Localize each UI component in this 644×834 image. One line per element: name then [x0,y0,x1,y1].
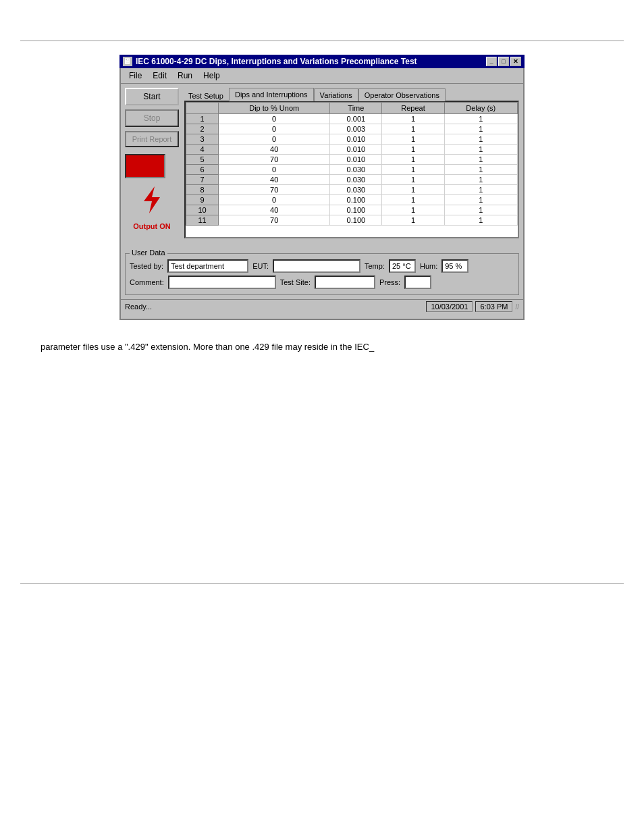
row-dip: 0 [219,165,330,175]
table-scroll[interactable]: Dip to % Unom Time Repeat Delay (s) 1 0 … [186,102,518,237]
col-header-time: Time [330,103,382,114]
tab-variations[interactable]: Variations [314,88,358,101]
menu-edit[interactable]: Edit [147,70,172,82]
svg-marker-0 [144,186,160,213]
tabs-row: Test Setup Dips and Interruptions Variat… [184,88,519,101]
eut-input[interactable] [273,259,360,273]
testsite-label: Test Site: [280,278,311,286]
row-num: 3 [186,134,219,145]
row-time: 0.010 [330,145,382,155]
user-data-wrapper: User Data Tested by: EUT: Temp: Hum: [125,253,519,295]
row-repeat: 1 [382,195,444,205]
col-header-row [186,103,219,114]
status-date: 10/03/2001 [426,301,473,312]
row-dip: 70 [219,155,330,165]
temp-input[interactable] [389,259,416,273]
row-time: 0.100 [330,205,382,215]
temp-label: Temp: [365,262,385,270]
tab-dips[interactable]: Dips and Interruptions [229,88,314,101]
row-dip: 0 [219,195,330,205]
resize-handle: // [515,303,519,311]
row-dip: 0 [219,124,330,134]
bottom-rule [20,583,624,584]
window-body: File Edit Run Help Start Stop Print Repo… [119,68,525,320]
row-dip: 70 [219,215,330,226]
row-num: 10 [186,205,219,215]
table-row: 5 70 0.010 1 1 [186,155,518,165]
row-delay: 1 [444,195,517,205]
table-row: 11 70 0.100 1 1 [186,215,518,226]
tab-observations[interactable]: Operator Observations [358,88,446,101]
row-delay: 1 [444,165,517,175]
start-button[interactable]: Start [125,88,179,105]
table-row: 10 40 0.100 1 1 [186,205,518,215]
menu-run[interactable]: Run [172,70,198,82]
test-setup-label: Test Setup [184,90,227,101]
row-delay: 1 [444,185,517,195]
col-header-delay: Delay (s) [444,103,517,114]
application-window: 🖥 IEC 61000-4-29 DC Dips, Interruptions … [119,55,525,320]
row-repeat: 1 [382,145,444,155]
titlebar-left: 🖥 IEC 61000-4-29 DC Dips, Interruptions … [123,57,417,66]
col-header-dip: Dip to % Unom [219,103,330,114]
app-icon: 🖥 [123,57,132,66]
table-row: 8 70 0.030 1 1 [186,185,518,195]
row-repeat: 1 [382,165,444,175]
row-repeat: 1 [382,175,444,185]
user-data-section: User Data Tested by: EUT: Temp: Hum: [125,253,519,295]
lightning-icon [125,185,179,218]
hum-input[interactable] [441,259,468,273]
print-report-button[interactable]: Print Report [125,131,179,147]
table-row: 2 0 0.003 1 1 [186,124,518,134]
col-header-repeat: Repeat [382,103,444,114]
table-row: 4 40 0.010 1 1 [186,145,518,155]
row-dip: 40 [219,205,330,215]
row-num: 9 [186,195,219,205]
stop-button[interactable]: Stop [125,109,179,127]
row-time: 0.010 [330,155,382,165]
menu-file[interactable]: File [124,70,147,82]
press-input[interactable] [404,276,431,289]
row-delay: 1 [444,134,517,145]
row-num: 6 [186,165,219,175]
row-time: 0.100 [330,195,382,205]
table-area: Dip to % Unom Time Repeat Delay (s) 1 0 … [184,101,519,238]
row-repeat: 1 [382,215,444,226]
table-row: 9 0 0.100 1 1 [186,195,518,205]
right-panel: Test Setup Dips and Interruptions Variat… [184,88,519,245]
comment-input[interactable] [168,276,276,289]
description-text: parameter files use a ".429" extension. … [41,342,374,352]
row-num: 5 [186,155,219,165]
row-time: 0.003 [330,124,382,134]
row-num: 7 [186,175,219,185]
row-delay: 1 [444,205,517,215]
row-delay: 1 [444,114,517,124]
table-row: 6 0 0.030 1 1 [186,165,518,175]
testsite-input[interactable] [315,276,375,289]
minimize-button[interactable]: _ [486,57,497,66]
press-label: Press: [379,278,400,286]
page-description: parameter files use a ".429" extension. … [20,320,624,367]
row-repeat: 1 [382,114,444,124]
table-row: 1 0 0.001 1 1 [186,114,518,124]
row-delay: 1 [444,215,517,226]
row-dip: 40 [219,145,330,155]
row-time: 0.030 [330,165,382,175]
row-time: 0.001 [330,114,382,124]
user-data-row-1: Tested by: EUT: Temp: Hum: [130,259,514,273]
row-num: 2 [186,124,219,134]
row-repeat: 1 [382,155,444,165]
user-data-legend: User Data [130,249,167,257]
maximize-button[interactable]: □ [498,57,509,66]
row-repeat: 1 [382,124,444,134]
eut-label: EUT: [252,262,269,270]
close-button[interactable]: ✕ [510,57,521,66]
comment-label: Comment: [130,278,164,286]
row-num: 11 [186,215,219,226]
row-delay: 1 [444,155,517,165]
user-data-row-2: Comment: Test Site: Press: [130,276,514,289]
window-controls[interactable]: _ □ ✕ [486,57,521,66]
menu-help[interactable]: Help [198,70,225,82]
tested-by-input[interactable] [167,259,248,273]
row-dip: 40 [219,175,330,185]
